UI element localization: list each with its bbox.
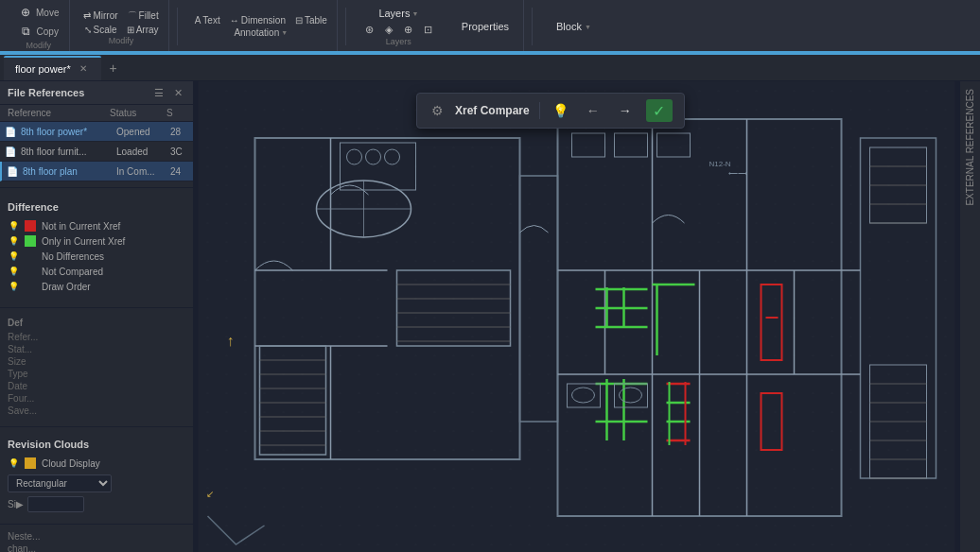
tab-floor-power[interactable]: floor power* ✕ <box>4 56 101 80</box>
toolbar-blue-accent <box>0 51 980 53</box>
svg-text:N12-N: N12-N <box>709 160 731 168</box>
nested-row-1: Neste... <box>0 530 193 543</box>
layers-icon-4[interactable]: ⊡ <box>420 23 436 37</box>
xref-divider-1 <box>539 102 540 119</box>
tab-close-button[interactable]: ✕ <box>77 62 90 76</box>
annotation-dropdown-arrow: ▼ <box>281 29 288 36</box>
dimension-button[interactable]: ↔ Dimension <box>226 14 289 26</box>
block-arrow-icon: ▼ <box>585 24 591 30</box>
main-toolbar: ⊕ Move ⧉ Copy Modify ⇄ Mirror ⌒ Fillet <box>0 0 980 55</box>
file-list-item-selected[interactable]: 📄 8th floor plan In Com... 24 <box>0 162 193 181</box>
properties-button[interactable]: Properties <box>457 19 514 34</box>
size-label: Si▶ <box>8 499 24 509</box>
diff-bulb-icon-5: 💡 <box>8 281 19 292</box>
diff-bulb-icon-3: 💡 <box>8 250 19 262</box>
panel-divider-2 <box>0 307 193 308</box>
size-input[interactable] <box>27 496 84 512</box>
cloud-color-box <box>25 457 36 469</box>
annotation-dropdown[interactable]: Annotation ▼ <box>230 26 291 39</box>
diff-bulb-icon-2: 💡 <box>8 235 19 247</box>
svg-text:↑: ↑ <box>227 333 235 349</box>
file-icon-3: 📄 <box>6 164 19 178</box>
toolbar-group-annotation: A Text ↔ Dimension ⊟ Table Annotation ▼ <box>185 0 338 53</box>
copy-icon: ⧉ <box>19 24 34 39</box>
floor-plan-area[interactable]: N12-N ⟵⟶ <box>194 81 959 552</box>
toolbar-divider-2 <box>345 8 346 45</box>
xref-back-icon: ← <box>586 103 600 118</box>
mirror-button[interactable]: ⇄ Mirror <box>79 9 121 22</box>
modify-section-label: Modify <box>109 36 134 45</box>
details-row-type: Type <box>8 368 185 380</box>
external-references-label[interactable]: EXTERNAL REFERENCES <box>965 81 975 214</box>
fillet-button[interactable]: ⌒ Fillet <box>124 9 163 24</box>
file-icon-2: 📄 <box>4 145 17 158</box>
tab-add-button[interactable]: + <box>103 58 124 78</box>
block-button[interactable]: Block ▼ <box>551 19 596 34</box>
def-label: Def <box>8 318 185 328</box>
scale-icon: ⤡ <box>84 25 92 35</box>
file-list-item[interactable]: 📄 8th floor furnit... Loaded 3C <box>0 142 193 162</box>
layers-dropdown-button[interactable]: Layers ▼ <box>375 7 422 20</box>
revision-clouds-title: Revision Clouds <box>8 439 185 450</box>
details-section: Def Refer... Stat... Size Type Date Four… <box>0 314 193 421</box>
panel-list-icon[interactable]: ☰ <box>151 85 166 100</box>
xref-confirm-icon: ✓ <box>653 102 665 120</box>
xref-back-button[interactable]: ← <box>582 99 604 122</box>
xref-confirm-button[interactable]: ✓ <box>646 99 673 122</box>
nested-row-2: chan... <box>0 543 193 552</box>
xref-bulb-button[interactable]: 💡 <box>550 99 572 122</box>
toolbar-group-properties: Properties <box>447 0 524 53</box>
file-list-header: Reference Status S <box>0 105 193 122</box>
layers-arrow-icon: ▼ <box>411 10 418 17</box>
diff-color-green <box>25 235 36 247</box>
cloud-display-item: 💡 Cloud Display <box>8 456 185 471</box>
revision-shape-select[interactable]: Rectangular <box>8 474 112 492</box>
diff-item-not-compared: 💡 Not Compared <box>8 264 185 279</box>
difference-title: Difference <box>8 201 185 213</box>
text-button[interactable]: A Text <box>191 14 224 26</box>
details-row-refer: Refer... <box>8 331 185 343</box>
floor-plan-svg: N12-N ⟵⟶ <box>194 81 959 552</box>
panel-divider-3 <box>0 426 193 427</box>
panel-title: File References <box>8 87 84 98</box>
mirror-icon: ⇄ <box>83 10 91 21</box>
xref-forward-icon: → <box>619 103 632 118</box>
diff-color-red <box>25 220 36 232</box>
toolbar-divider-1 <box>177 8 178 45</box>
xref-settings-icon[interactable]: ⚙ <box>429 102 446 119</box>
xref-bulb-icon: 💡 <box>552 103 569 118</box>
external-references-panel: EXTERNAL REFERENCES <box>959 81 980 552</box>
table-button[interactable]: ⊟ Table <box>291 14 331 26</box>
diff-bulb-icon-1: 💡 <box>8 220 19 232</box>
modify-label: Modify <box>26 41 51 50</box>
toolbar-divider-3 <box>532 8 533 45</box>
panel-header: File References ☰ ✕ <box>0 81 193 105</box>
layers-icon-3[interactable]: ⊕ <box>400 23 416 37</box>
tab-bar: floor power* ✕ + <box>0 55 980 81</box>
details-row-save: Save... <box>8 405 185 417</box>
revision-size-row: Si▶ <box>8 496 185 512</box>
difference-panel: Difference 💡 Not in Current Xref 💡 Only … <box>0 194 193 302</box>
diff-item-not-in-current: 💡 Not in Current Xref <box>8 218 185 233</box>
diff-item-only-in-current: 💡 Only in Current Xref <box>8 233 185 249</box>
table-icon: ⊟ <box>295 15 303 26</box>
details-row-date: Date <box>8 380 185 392</box>
scale-button[interactable]: ⤡ Scale <box>80 24 121 36</box>
svg-text:⟵⟶: ⟵⟶ <box>728 170 747 177</box>
move-button[interactable]: ⊕ Move <box>13 3 63 22</box>
panel-close-icon[interactable]: ✕ <box>170 85 185 100</box>
layers-icon-1[interactable]: ⊛ <box>361 23 377 37</box>
details-row-size: Size <box>8 355 185 368</box>
revision-dropdown-row: Rectangular <box>8 474 185 492</box>
toolbar-group-layers: Layers ▼ ⊛ ◈ ⊕ ⊡ Layers <box>354 0 444 53</box>
move-icon: ⊕ <box>18 5 33 20</box>
text-icon: A <box>195 15 201 26</box>
layers-icon-2[interactable]: ◈ <box>381 23 396 37</box>
array-button[interactable]: ⊞ Array <box>123 24 163 36</box>
xref-forward-button[interactable]: → <box>614 99 637 122</box>
copy-button[interactable]: ⧉ Copy <box>14 22 63 41</box>
file-list-item[interactable]: 📄 8th floor power* Opened 28 <box>0 122 193 142</box>
toolbar-group-modify: ⇄ Mirror ⌒ Fillet ⤡ Scale ⊞ Array Modify <box>74 0 168 53</box>
panel-header-icons: ☰ ✕ <box>151 85 185 100</box>
diff-bulb-icon-4: 💡 <box>8 266 19 277</box>
